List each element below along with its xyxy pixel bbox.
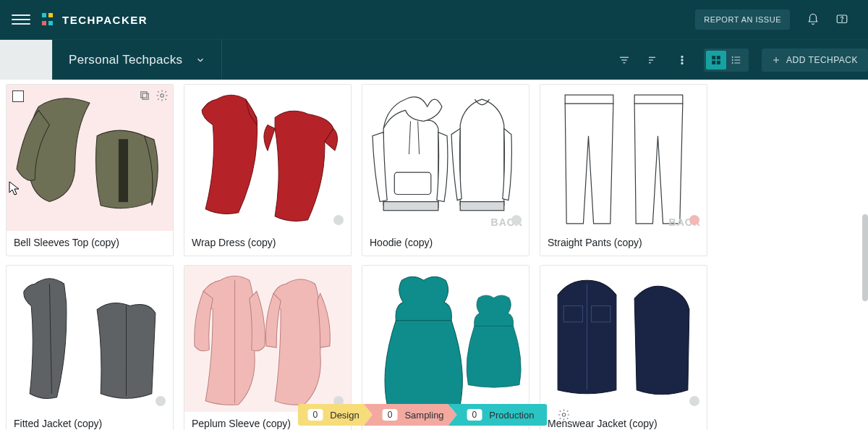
svg-rect-11 [712, 56, 715, 59]
garment-sketch [362, 266, 529, 412]
workspace-label: Personal Techpacks [69, 53, 182, 67]
stage-label: Design [330, 410, 359, 421]
stage-label: Sampling [404, 410, 443, 421]
svg-rect-23 [142, 93, 148, 99]
status-dot [689, 215, 699, 225]
card-title: Hoodie (copy) [362, 231, 529, 256]
svg-rect-29 [460, 202, 504, 211]
garment-sketch [540, 266, 707, 412]
chevron-down-icon [195, 55, 205, 65]
more-icon[interactable] [675, 53, 689, 67]
svg-point-20 [732, 62, 733, 63]
status-pipeline: 0 Design 0 Sampling 0 Production [298, 404, 571, 426]
brand-logo-icon [42, 13, 55, 26]
card-title: Wrap Dress (copy) [184, 231, 351, 256]
garment-sketch [362, 85, 529, 231]
techpack-grid: Bell Sleeves Top (copy) Wrap Dress (copy… [6, 84, 862, 430]
svg-rect-12 [717, 56, 720, 59]
stage-count: 0 [467, 409, 482, 421]
card-title: Straight Pants (copy) [540, 231, 707, 256]
status-dot [333, 215, 344, 225]
svg-point-18 [732, 56, 733, 57]
grid-view-button[interactable] [706, 51, 726, 69]
techpack-card[interactable]: Fitted Jacket (copy) [6, 265, 174, 430]
svg-point-25 [161, 94, 164, 98]
garment-sketch [184, 266, 351, 412]
stage-count: 0 [383, 409, 398, 421]
garment-sketch [7, 85, 173, 231]
techpack-card[interactable]: Wrap Dress (copy) [184, 84, 352, 256]
scrollbar-thumb[interactable] [862, 214, 868, 301]
view-toggle [704, 49, 749, 72]
svg-point-1 [842, 21, 843, 22]
svg-rect-13 [712, 61, 715, 64]
garment-sketch [7, 266, 173, 412]
left-tab-spacer [0, 40, 52, 80]
stage-label: Production [489, 410, 534, 421]
plus-icon [772, 56, 780, 64]
stage-count: 0 [308, 409, 323, 421]
svg-rect-27 [394, 172, 431, 194]
workspace-dropdown[interactable]: Personal Techpacks [52, 40, 222, 80]
svg-rect-28 [383, 202, 438, 211]
svg-point-37 [562, 413, 566, 417]
list-view-button[interactable] [726, 51, 746, 69]
gear-icon[interactable] [156, 89, 169, 102]
svg-rect-33 [634, 95, 683, 104]
menu-icon[interactable] [12, 10, 30, 29]
brand-name: TECHPACKER [62, 14, 148, 26]
card-title: Bell Sleeves Top (copy) [7, 231, 173, 256]
pipeline-settings-icon[interactable] [557, 408, 570, 421]
stage-production[interactable]: 0 Production [448, 404, 548, 426]
copy-icon[interactable] [138, 89, 151, 102]
techpack-card[interactable]: BACK Straight Pants (copy) [540, 84, 707, 256]
card-title: Fitted Jacket (copy) [7, 412, 173, 430]
bell-icon[interactable] [806, 12, 820, 27]
report-issue-button[interactable]: REPORT AN ISSUE [695, 9, 790, 30]
stage-design[interactable]: 0 Design [298, 404, 373, 426]
svg-rect-32 [565, 95, 613, 104]
svg-point-9 [681, 59, 683, 60]
svg-point-19 [732, 59, 733, 60]
grid-viewport: Bell Sleeves Top (copy) Wrap Dress (copy… [0, 80, 868, 430]
subheader: Personal Techpacks ADD TECHPACK [0, 39, 868, 80]
techpack-card[interactable]: Bell Sleeves Top (copy) [6, 84, 174, 256]
sort-icon[interactable] [646, 53, 660, 67]
svg-rect-26 [119, 140, 127, 202]
help-icon[interactable] [835, 12, 849, 27]
topbar: TECHPACKER REPORT AN ISSUE [0, 0, 868, 39]
status-dot [689, 396, 699, 406]
svg-point-8 [681, 56, 683, 57]
svg-point-10 [681, 62, 683, 64]
garment-sketch [184, 85, 351, 231]
select-checkbox[interactable] [12, 90, 24, 102]
filter-icon[interactable] [617, 53, 631, 67]
techpack-card[interactable]: BACK Hoodie (copy) [362, 84, 529, 256]
garment-sketch [540, 85, 707, 231]
svg-rect-24 [141, 92, 147, 98]
status-dot [156, 396, 166, 406]
add-techpack-label: ADD TECHPACK [786, 55, 858, 65]
status-dot [511, 215, 522, 225]
add-techpack-button[interactable]: ADD TECHPACK [762, 49, 868, 72]
stage-sampling[interactable]: 0 Sampling [364, 404, 457, 426]
svg-rect-14 [717, 61, 720, 64]
